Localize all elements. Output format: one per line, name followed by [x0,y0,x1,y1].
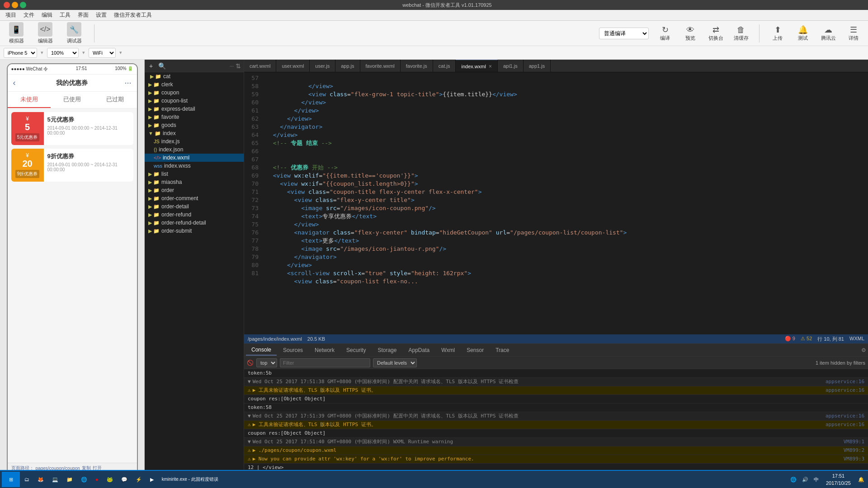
menu-item-工具[interactable]: 工具 [56,10,74,20]
tab-wxml[interactable]: Wxml [436,345,460,355]
compile-select[interactable]: 普通编译 [599,28,649,39]
folder-order[interactable]: ▶ 📁 order [145,186,244,194]
source-link[interactable]: appservice:16 [826,413,864,420]
menu-item-界面[interactable]: 界面 [74,10,92,20]
console-filter-input[interactable] [280,358,370,367]
taskbar-app-3[interactable]: 💻 [48,472,62,487]
device-select[interactable]: iPhone 5 [4,48,37,58]
test-button[interactable]: 🔔 测试 [794,25,812,42]
folder-order-submit[interactable]: ▶ 📁 order-submit [145,227,244,235]
menu-item-编辑[interactable]: 编辑 [38,10,56,20]
close-tab-icon[interactable]: × [489,63,492,70]
settings-icon[interactable]: ⚙ [861,347,866,353]
back-button[interactable]: ‹ [13,78,16,88]
collapse-button[interactable]: ⇅ [236,62,241,70]
more-button[interactable]: ··· [124,78,131,88]
tab-expired[interactable]: 已过期 [94,92,137,108]
expand-icon[interactable]: ▼ [248,413,251,420]
levels-select[interactable]: Default levels [373,358,417,367]
folder-order-refund-detail[interactable]: ▶ 📁 order-refund-detail [145,219,244,227]
source-link[interactable]: appservice:16 [826,387,864,394]
clear-button[interactable]: 🗑 清缓存 [732,25,750,42]
tab-network[interactable]: Network [309,345,340,355]
tab-cat-js[interactable]: cat.js [433,60,456,72]
switch-button[interactable]: ⇄ 切换台 [707,25,725,42]
source-link[interactable]: appservice:16 [826,378,864,385]
tree-options-button[interactable]: ··· [230,63,234,69]
folder-order-refund[interactable]: ▶ 📁 order-refund [145,211,244,219]
code-content[interactable]: </view> <view class="flex-grow-1 topic-t… [262,72,868,334]
upload-button[interactable]: ⬆ 上传 [769,25,787,42]
taskbar-notification[interactable]: kminirite.exe - 此固程度错误 [158,472,222,487]
source-link[interactable]: VM899:2 [844,447,864,454]
tab-unused[interactable]: 未使用 [8,92,51,108]
source-link[interactable]: appservice:16 [826,421,864,428]
source-link[interactable]: VM899:1 [844,438,864,446]
menu-item-微信开发者工具[interactable]: 微信开发者工具 [110,10,156,20]
tab-app1-js[interactable]: app1.js [524,60,551,72]
tab-app-js[interactable]: app.js [335,60,360,72]
tab-sensor[interactable]: Sensor [461,345,489,355]
expand-icon[interactable]: ▼ [248,378,251,385]
tab-favorite-js[interactable]: favorite.js [401,60,433,72]
compile-button[interactable]: ↻ 编译 [656,25,674,42]
folder-index[interactable]: ▼ 📁 index [145,129,244,137]
expand-icon[interactable]: ▼ [248,438,251,446]
preview-button[interactable]: 👁 预览 [681,25,699,42]
file-index-js[interactable]: JS index.js [145,137,244,145]
taskbar-app-10[interactable]: ▶ [146,472,157,487]
folder-goods[interactable]: ▶ 📁 goods [145,121,244,129]
file-index-wxss[interactable]: wss index.wxss [145,162,244,170]
volume-systray-icon[interactable]: 🔊 [800,477,810,483]
taskbar-app-4[interactable]: 📁 [63,472,76,487]
folder-list[interactable]: ▶ 📁 list [145,170,244,178]
folder-favorite[interactable]: ▶ 📁 favorite [145,113,244,121]
coupon-item-2[interactable]: ¥ 20 9折优惠券 9折优惠券 2014-09-01 00:00:00 ~ 2… [11,149,133,182]
coupon-item-1[interactable]: ¥ 5 5元优惠券 5元优惠券 2014-09-01 00:00:00 ~ 20… [11,112,133,145]
folder-order-comment[interactable]: ▶ 📁 order-comment [145,194,244,202]
folder-cat[interactable]: ▶ 📁 cat [145,72,244,80]
ime-icon[interactable]: 中 [812,476,821,483]
tab-console[interactable]: Console [246,345,277,356]
menu-item-设置[interactable]: 设置 [92,10,110,20]
taskbar-app-9[interactable]: ⚡ [132,472,146,487]
tab-appdata[interactable]: AppData [403,345,435,355]
new-file-button[interactable]: + [147,61,155,70]
tab-cart-wxml[interactable]: cart.wxml [244,60,276,72]
menu-item-项目[interactable]: 项目 [2,10,20,20]
tab-api1-js[interactable]: api1.js [498,60,524,72]
tab-trace[interactable]: Trace [490,345,514,355]
clear-console-icon[interactable]: 🚫 [247,360,254,366]
file-index-wxml[interactable]: </> index.wxml [145,154,244,162]
tab-index-wxml[interactable]: index.wxml × [456,60,497,72]
taskbar-app-2[interactable]: 🦊 [34,472,47,487]
folder-order-detail[interactable]: ▶ 📁 order-detail [145,202,244,211]
cloud-button[interactable]: ☁ 腾讯云 [819,25,837,42]
maximize-button[interactable] [20,2,26,8]
notification-icon[interactable]: 🔔 [856,477,866,483]
taskbar-app-7[interactable]: 🐸 [103,472,117,487]
editor-button[interactable]: </> 编辑器 [34,22,56,44]
tab-user-js[interactable]: user.js [310,60,335,72]
context-select[interactable]: top [256,358,277,367]
tab-favorite-wxml[interactable]: favorite.wxml [360,60,401,72]
tab-sources[interactable]: Sources [278,345,308,355]
source-link[interactable]: VM899:3 [844,455,864,463]
taskbar-app-5[interactable]: 🌐 [77,472,91,487]
close-button[interactable] [4,2,10,8]
start-button[interactable]: ⊞ [2,472,20,487]
minimize-button[interactable] [12,2,18,8]
folder-coupon-list[interactable]: ▶ 📁 coupon-list [145,97,244,105]
debugger-button[interactable]: 🔧 调试器 [63,22,85,44]
tab-user-wxml[interactable]: user.wxml [276,60,310,72]
network-systray-icon[interactable]: 🌐 [788,477,798,483]
code-area[interactable]: 5758596061626364656667686970717273747576… [244,72,868,334]
details-button[interactable]: ☰ 详情 [844,25,863,42]
search-files-button[interactable]: 🔍 [156,61,168,70]
tab-used[interactable]: 已使用 [51,92,94,108]
folder-miaosha[interactable]: ▶ 📁 miaosha [145,178,244,186]
simulator-button[interactable]: 📱 模拟器 [5,22,27,44]
zoom-select[interactable]: 100% [47,48,79,58]
menu-item-文件[interactable]: 文件 [20,10,38,20]
folder-express-detail[interactable]: ▶ 📁 express-detail [145,105,244,113]
